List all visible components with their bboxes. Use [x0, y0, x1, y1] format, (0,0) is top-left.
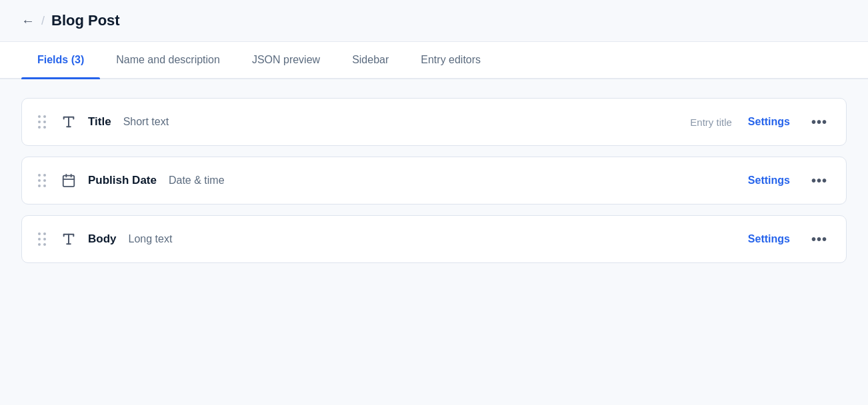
more-button-title[interactable]: •••: [806, 112, 833, 133]
tab-entry-editors[interactable]: Entry editors: [405, 42, 497, 78]
tabs-bar: Fields (3) Name and description JSON pre…: [0, 42, 868, 79]
settings-button-title[interactable]: Settings: [740, 112, 798, 132]
settings-button-publish-date[interactable]: Settings: [740, 171, 798, 191]
field-name-title: Title: [88, 115, 111, 129]
field-meta-title: Entry title: [690, 117, 732, 128]
field-name-publish-date: Publish Date: [88, 174, 157, 187]
breadcrumb-separator: /: [41, 14, 45, 28]
field-type-icon-title: [59, 112, 79, 132]
field-row-body: Body Long text Settings •••: [21, 215, 847, 263]
more-button-publish-date[interactable]: •••: [806, 171, 833, 191]
field-type-body: Long text: [129, 233, 173, 245]
field-row-title: Title Short text Entry title Settings ••…: [21, 98, 847, 146]
header: ← / Blog Post: [0, 0, 868, 42]
field-row-right-title: Entry title Settings •••: [690, 112, 833, 133]
field-type-icon-body: [59, 229, 79, 249]
field-row-right-publish-date: Settings •••: [740, 171, 833, 191]
tab-name-description[interactable]: Name and description: [100, 42, 236, 78]
drag-handle-body[interactable]: [35, 230, 49, 249]
page-title: Blog Post: [51, 12, 120, 29]
drag-handle-title[interactable]: [35, 113, 49, 132]
tab-fields[interactable]: Fields (3): [21, 42, 100, 78]
tab-sidebar[interactable]: Sidebar: [336, 42, 405, 78]
field-type-publish-date: Date & time: [169, 175, 225, 187]
field-row-right-body: Settings •••: [740, 229, 833, 250]
tab-json-preview[interactable]: JSON preview: [236, 42, 336, 78]
field-type-icon-publish-date: [59, 171, 79, 191]
field-row-publish-date: Publish Date Date & time Settings •••: [21, 157, 847, 204]
svg-rect-2: [63, 176, 75, 187]
drag-handle-publish-date[interactable]: [35, 171, 49, 191]
field-type-title: Short text: [123, 116, 169, 128]
settings-button-body[interactable]: Settings: [740, 229, 798, 249]
fields-content: Title Short text Entry title Settings ••…: [0, 79, 868, 282]
more-button-body[interactable]: •••: [806, 229, 833, 250]
back-button[interactable]: ←: [21, 13, 35, 29]
field-name-body: Body: [88, 232, 117, 246]
